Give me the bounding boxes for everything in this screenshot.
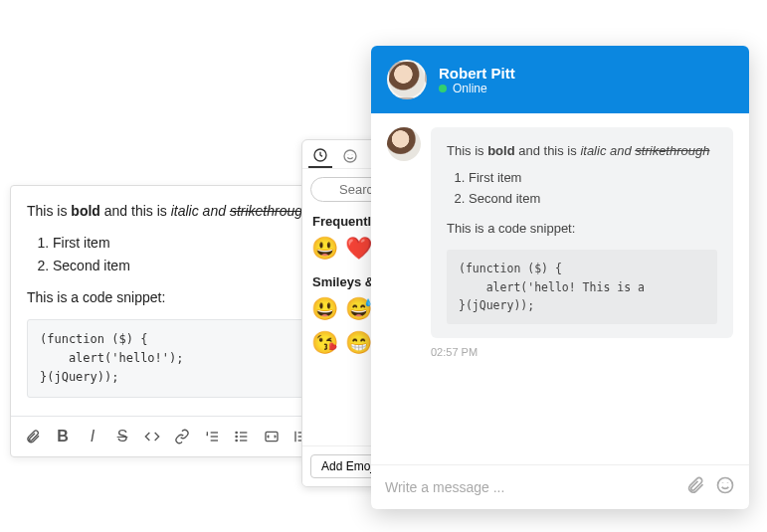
text: and this is: [100, 203, 171, 219]
formatted-line: This is bold and this is italic and stri…: [447, 141, 717, 162]
chat-status: Online: [439, 82, 515, 95]
text: This is: [27, 203, 71, 219]
emoji-item[interactable]: 😃: [310, 235, 338, 263]
svg-point-18: [344, 150, 356, 162]
avatar: [387, 60, 427, 99]
svg-point-23: [718, 478, 733, 493]
message-row: This is bold and this is italic and stri…: [387, 127, 733, 338]
italic-icon[interactable]: I: [79, 423, 106, 450]
strikethrough-text: strikethrough: [230, 203, 310, 219]
emoji-item[interactable]: 😃: [310, 295, 338, 323]
chat-user-name: Robert Pitt: [439, 65, 515, 82]
attach-icon[interactable]: [19, 423, 47, 450]
emoji-item[interactable]: 😘: [310, 329, 338, 357]
bold-text: bold: [71, 203, 100, 219]
svg-point-6: [236, 432, 237, 433]
list-ordered-icon[interactable]: [198, 423, 226, 450]
chat-body: This is bold and this is italic and stri…: [371, 113, 749, 464]
emoji-icon[interactable]: [715, 475, 735, 499]
code-block: (function ($) { alert('hello! This is a …: [447, 250, 717, 324]
strikethrough-icon[interactable]: S: [108, 423, 136, 450]
code-icon[interactable]: [138, 423, 166, 450]
list-unordered-icon[interactable]: [228, 423, 256, 450]
chat-popup: Robert Pitt Online This is bold and this…: [371, 46, 749, 509]
chat-input-bar: [371, 464, 749, 509]
emoji-item[interactable]: 😅: [344, 295, 372, 323]
bold-text: bold: [487, 143, 514, 158]
text: italic and: [580, 143, 635, 158]
code-block-icon[interactable]: [258, 423, 286, 450]
message-list: First item Second item: [447, 168, 717, 210]
avatar: [387, 127, 421, 161]
chat-input[interactable]: [385, 479, 675, 495]
code-label: This is a code snippet:: [447, 219, 717, 240]
status-text: Online: [453, 82, 487, 95]
emoji-item[interactable]: ❤️: [344, 235, 372, 263]
link-icon[interactable]: [168, 423, 196, 450]
italic-text: italic and strikethrough: [171, 203, 310, 219]
svg-point-7: [236, 436, 237, 437]
text: and this is: [515, 143, 581, 158]
text: italic and: [171, 203, 230, 219]
bold-icon[interactable]: B: [49, 423, 77, 450]
italic-text: italic and strikethrough: [580, 143, 709, 158]
message-bubble: This is bold and this is italic and stri…: [431, 127, 733, 338]
emoji-item[interactable]: 😁: [344, 329, 372, 357]
strikethrough-text: strikethrough: [635, 143, 709, 158]
list-item: Second item: [469, 189, 717, 210]
emoji-tab-recent[interactable]: [308, 144, 332, 168]
text: This is: [447, 143, 487, 158]
svg-point-8: [236, 440, 237, 441]
chat-header: Robert Pitt Online: [371, 46, 749, 113]
emoji-tab-smileys[interactable]: [338, 144, 362, 168]
list-item: First item: [469, 168, 717, 189]
attach-icon[interactable]: [685, 475, 705, 499]
message-time: 02:57 PM: [431, 346, 733, 358]
status-dot-icon: [439, 85, 447, 92]
